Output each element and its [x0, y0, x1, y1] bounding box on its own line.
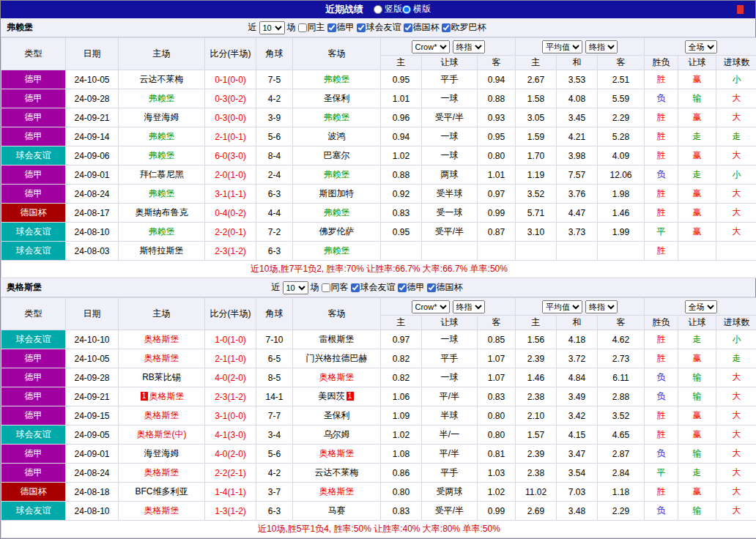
score[interactable]: 2-0(1-0): [205, 166, 256, 185]
league-filter[interactable]: 球会友谊: [357, 21, 401, 34]
home-team-name[interactable]: 奥格斯堡: [144, 334, 179, 344]
score[interactable]: 0-3(0-2): [205, 89, 256, 108]
home-team-name[interactable]: 奥格斯堡(中): [137, 429, 187, 439]
sub-col-header: 进球数: [716, 56, 756, 70]
league-filter-checkbox[interactable]: [404, 23, 412, 32]
scope-select[interactable]: 全场: [685, 300, 717, 313]
home-team-name[interactable]: 斯特拉斯堡: [140, 245, 184, 256]
away-team-name[interactable]: 奥格斯堡: [319, 448, 355, 458]
league-filter[interactable]: 德甲: [327, 21, 355, 34]
score[interactable]: 0-4(0-2): [205, 204, 256, 223]
away-team-name[interactable]: 马赛: [328, 505, 346, 516]
league-filter[interactable]: 欧罗巴杯: [442, 21, 486, 34]
score[interactable]: 6-0(3-0): [205, 146, 256, 166]
euro-odds-select[interactable]: 平均值: [542, 300, 582, 313]
same-venue-filter-checkbox[interactable]: [298, 23, 307, 32]
league-filter-checkbox[interactable]: [351, 283, 360, 292]
score[interactable]: 2-2(0-1): [205, 223, 256, 242]
col-header-home: 主场: [119, 38, 205, 70]
away-team-name[interactable]: 弗赖堡: [324, 74, 350, 84]
league-filter[interactable]: 德国杯: [427, 281, 463, 294]
layout-option-vertical[interactable]: 竖版: [374, 3, 402, 15]
league-filter-checkbox[interactable]: [442, 23, 451, 32]
score[interactable]: 0-1(0-0): [205, 70, 256, 89]
score[interactable]: 3-1(1-1): [205, 185, 256, 204]
league-filter-checkbox[interactable]: [327, 23, 336, 32]
euro-odds-select[interactable]: 终指: [585, 40, 618, 53]
euro-odds-select[interactable]: 终指: [585, 300, 618, 313]
results-table: 类型 日期 主场 比分(半场) 角球 客场 Crow*终指 平均值终指 全场 主…: [1, 37, 756, 278]
away-team-name[interactable]: 弗赖堡: [324, 112, 350, 122]
away-team-name[interactable]: 奥格斯堡: [319, 372, 355, 382]
euro-odds-select[interactable]: 平均值: [542, 40, 582, 53]
asian-odds-select[interactable]: Crow*: [412, 40, 450, 53]
score[interactable]: 2-1(0-1): [205, 127, 256, 146]
scope-select[interactable]: 全场: [685, 40, 717, 53]
home-team-name[interactable]: BFC维多利亚: [136, 486, 188, 497]
layout-radio[interactable]: [402, 5, 411, 14]
home-team-name[interactable]: 奥格斯堡: [144, 505, 179, 516]
home-team-name[interactable]: 弗赖堡: [149, 93, 175, 103]
away-team-name[interactable]: 圣保利: [324, 410, 350, 420]
away-team-name[interactable]: 弗赖堡: [324, 169, 350, 179]
away-team-name[interactable]: 巴塞尔: [324, 150, 350, 160]
league-filter[interactable]: 球会友谊: [351, 281, 396, 294]
home-team-name[interactable]: 弗赖堡: [149, 188, 175, 198]
asian-odds-select[interactable]: 终指: [453, 300, 485, 313]
home-team-name[interactable]: 海登海姆: [144, 448, 179, 458]
away-team-name[interactable]: 雷根斯堡: [319, 334, 355, 344]
match-count-select[interactable]: 10: [259, 21, 285, 34]
league-filter-checkbox[interactable]: [398, 283, 407, 292]
scope-dropdown: 全场: [645, 298, 756, 316]
league-filter[interactable]: 德国杯: [404, 21, 440, 34]
home-team-name[interactable]: 弗赖堡: [149, 131, 175, 141]
away-team-name[interactable]: 奥格斯堡: [319, 486, 355, 497]
home-team-name[interactable]: RB莱比锡: [142, 372, 181, 382]
home-team-name[interactable]: 奥格斯堡: [144, 353, 179, 363]
home-team-name[interactable]: 奥格斯堡: [149, 391, 185, 401]
asian-odds-select[interactable]: 终指: [453, 40, 485, 53]
same-venue-filter[interactable]: 同客: [322, 281, 349, 294]
home-team-name[interactable]: 奥格斯堡: [144, 467, 179, 477]
score[interactable]: 3-1(0-0): [205, 406, 256, 425]
odds-value: 4.15: [557, 425, 598, 445]
score[interactable]: 1-0(1-0): [205, 330, 256, 349]
home-team-name[interactable]: 云达不莱梅: [140, 74, 184, 84]
home-team-name[interactable]: 拜仁慕尼黑: [140, 169, 184, 179]
home-team-name[interactable]: 奥斯纳布鲁克: [136, 207, 188, 218]
score[interactable]: 0-3(0-0): [205, 108, 256, 127]
away-team-name[interactable]: 弗赖堡: [324, 207, 350, 218]
layout-radio[interactable]: [374, 5, 382, 14]
away-team-name[interactable]: 圣保利: [324, 93, 350, 103]
home-team-name[interactable]: 弗赖堡: [149, 150, 175, 160]
score[interactable]: 4-0(2-0): [205, 368, 256, 387]
away-team-name[interactable]: 弗赖堡: [324, 245, 350, 256]
score[interactable]: 1-4(1-1): [205, 483, 256, 502]
result-handicap: 赢: [678, 483, 716, 502]
home-team-name[interactable]: 海登海姆: [144, 112, 179, 122]
match-count-select[interactable]: 10: [283, 281, 308, 294]
same-venue-filter-checkbox[interactable]: [322, 283, 330, 292]
league-filter-checkbox[interactable]: [427, 283, 436, 292]
league-filter[interactable]: 德甲: [398, 281, 425, 294]
away-team-name[interactable]: 云达不莱梅: [315, 467, 359, 477]
same-venue-filter[interactable]: 同主: [298, 21, 325, 34]
away-team-name[interactable]: 门兴格拉德巴赫: [306, 353, 368, 363]
home-team-name[interactable]: 奥格斯堡: [144, 410, 179, 420]
score[interactable]: 4-0(2-0): [205, 445, 256, 464]
score[interactable]: 2-1(1-0): [205, 349, 256, 368]
away-team-name[interactable]: 美因茨: [319, 391, 345, 401]
away-team-name[interactable]: 乌尔姆: [324, 429, 350, 439]
away-team-name[interactable]: 波鸿: [328, 131, 346, 141]
score[interactable]: 2-3(1-2): [205, 387, 256, 406]
score[interactable]: 1-3(1-2): [205, 502, 256, 521]
score[interactable]: 2-2(2-1): [205, 464, 256, 483]
league-filter-checkbox[interactable]: [357, 23, 366, 32]
home-team-name[interactable]: 弗赖堡: [149, 226, 175, 237]
away-team-name[interactable]: 斯图加特: [319, 188, 355, 198]
away-team-name[interactable]: 佛罗伦萨: [319, 226, 355, 237]
layout-option-horizontal[interactable]: 横版: [402, 3, 431, 15]
score[interactable]: 4-1(3-0): [205, 425, 256, 445]
asian-odds-select[interactable]: Crow*: [412, 300, 450, 313]
score[interactable]: 2-3(1-2): [205, 242, 256, 261]
